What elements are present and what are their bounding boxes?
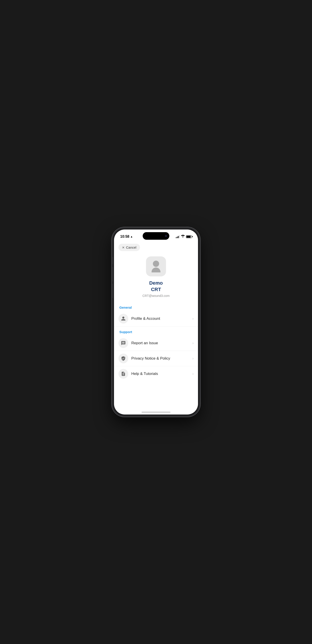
volume-down-button xyxy=(113,284,113,298)
report-issue-item[interactable]: Report an Issue › xyxy=(114,336,198,351)
user-first-name: Demo xyxy=(149,280,163,286)
user-profile-section: Demo CRT CRT@wound3.com xyxy=(114,254,198,302)
privacy-chevron-icon: › xyxy=(192,356,194,360)
status-bar: 10:58 ▲ xyxy=(114,230,198,240)
support-section-header: Support xyxy=(114,326,198,336)
shield-check-icon xyxy=(121,356,126,361)
cancel-x-icon: ✕ xyxy=(122,246,125,249)
general-section-header: General xyxy=(114,302,198,311)
camera-dot xyxy=(165,235,167,237)
privacy-icon-wrap xyxy=(118,354,128,363)
document-icon xyxy=(121,371,126,376)
home-indicator xyxy=(114,408,198,414)
report-chevron-icon: › xyxy=(192,341,194,345)
avatar-graphic xyxy=(152,260,160,272)
signal-icon xyxy=(176,235,180,238)
phone-screen: 10:58 ▲ xyxy=(114,230,198,414)
profile-account-label: Profile & Account xyxy=(131,316,192,321)
user-last-name: CRT xyxy=(151,287,161,292)
main-content: ✕ Cancel Demo CRT CRT@wound3.com Gene xyxy=(114,240,198,408)
avatar xyxy=(146,256,166,276)
status-icons xyxy=(176,235,192,238)
dynamic-island xyxy=(143,232,169,240)
user-full-name: Demo CRT xyxy=(149,280,163,293)
mute-button xyxy=(113,257,113,264)
time-display: 10:58 xyxy=(120,234,129,238)
help-chevron-icon: › xyxy=(192,372,194,376)
chat-icon xyxy=(121,341,126,346)
status-time: 10:58 ▲ xyxy=(120,234,133,238)
help-tutorials-item[interactable]: Help & Tutorials › xyxy=(114,366,198,381)
privacy-notice-item[interactable]: Privacy Notice & Policy › xyxy=(114,351,198,366)
profile-account-item[interactable]: Profile & Account › xyxy=(114,311,198,326)
profile-icon-wrap xyxy=(118,314,128,324)
profile-chevron-icon: › xyxy=(192,317,194,321)
home-bar xyxy=(142,412,170,413)
wifi-icon xyxy=(181,235,185,238)
phone-device: 10:58 ▲ xyxy=(113,228,199,416)
avatar-head xyxy=(153,260,159,267)
battery-icon xyxy=(186,235,192,238)
help-icon-wrap xyxy=(118,369,128,379)
location-icon: ▲ xyxy=(130,235,133,238)
report-issue-label: Report an Issue xyxy=(131,341,192,345)
power-button xyxy=(199,273,199,290)
user-email: CRT@wound3.com xyxy=(142,294,170,298)
person-icon xyxy=(121,316,126,321)
help-tutorials-label: Help & Tutorials xyxy=(131,372,192,376)
report-icon-wrap xyxy=(118,338,128,348)
volume-up-button xyxy=(113,267,113,281)
privacy-notice-label: Privacy Notice & Policy xyxy=(131,356,192,361)
cancel-button[interactable]: ✕ Cancel xyxy=(118,244,140,251)
avatar-body xyxy=(152,268,160,272)
cancel-label: Cancel xyxy=(126,246,136,249)
